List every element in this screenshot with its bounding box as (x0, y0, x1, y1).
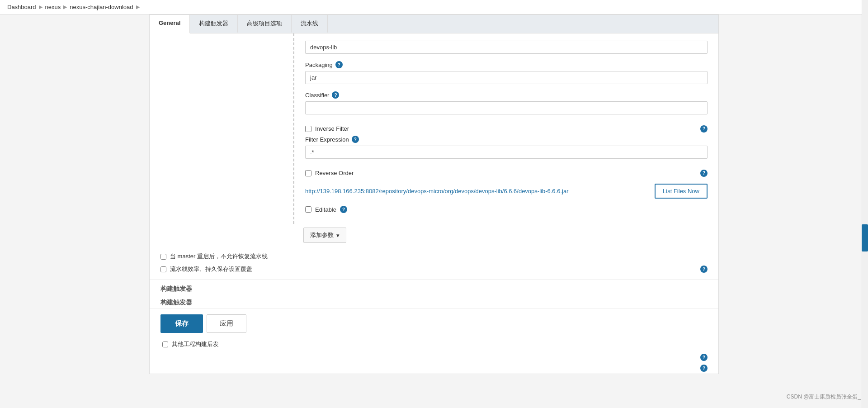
tab-general[interactable]: General (150, 15, 190, 33)
classifier-label: Classifier (305, 92, 329, 99)
editable-label[interactable]: Editable (315, 206, 336, 213)
reverse-order-row: Reverse Order ? (305, 166, 708, 180)
packaging-input[interactable] (305, 71, 708, 84)
filter-expression-label: Filter Expression (305, 136, 349, 143)
build-trigger-sub-label: 构建触发器 (160, 299, 192, 306)
classifier-input[interactable] (305, 101, 708, 114)
master-restart-checkbox[interactable] (160, 254, 166, 260)
packaging-label: Packaging (305, 62, 333, 68)
devops-lib-input[interactable] (305, 41, 708, 54)
editable-help-icon[interactable]: ? (340, 206, 347, 213)
bottom-help-icons-2: ? (150, 363, 718, 374)
add-param-section: 添加参数 ▾ (150, 228, 718, 243)
devops-lib-group (305, 41, 708, 54)
master-restart-label[interactable]: 当 master 重启后，不允许恢复流水线 (170, 252, 268, 261)
bottom-help-icon-1[interactable]: ? (700, 354, 708, 361)
filter-expression-group: Filter Expression ? (305, 136, 708, 159)
filter-expression-help-icon[interactable]: ? (352, 136, 359, 143)
reverse-order-label[interactable]: Reverse Order (315, 170, 354, 176)
page-wrapper: Dashboard ▶ nexus ▶ nexus-chajian-downlo… (0, 0, 868, 408)
checkbox2-row: 流水线效率、持久保存设置覆盖 ? (160, 263, 708, 275)
reverse-order-help-icon[interactable]: ? (700, 170, 708, 177)
add-param-button[interactable]: 添加参数 ▾ (303, 228, 346, 243)
reverse-order-checkbox[interactable] (305, 170, 311, 176)
breadcrumb-sep-1: ▶ (39, 4, 42, 10)
bottom-checkboxes: 当 master 重启后，不允许恢复流水线 流水线效率、持久保存设置覆盖 ? (150, 250, 718, 275)
pipeline-efficiency-help-icon[interactable]: ? (700, 266, 708, 273)
packaging-group: Packaging ? (305, 61, 708, 84)
add-param-label: 添加参数 (310, 231, 334, 239)
save-button[interactable]: 保存 (160, 314, 203, 333)
add-param-dropdown-icon: ▾ (336, 232, 340, 239)
breadcrumb-project[interactable]: nexus-chajian-download (70, 4, 133, 10)
other-trigger-row: 其他工程构建后发 (150, 338, 718, 352)
right-panel: Packaging ? Classifier ? (294, 33, 718, 224)
packaging-label-row: Packaging ? (305, 61, 708, 68)
repo-url-link[interactable]: http://139.198.166.235:8082/repository/d… (305, 188, 649, 195)
list-files-now-button[interactable]: List Files Now (655, 184, 708, 199)
bottom-help-icons: ? (150, 352, 718, 363)
bottom-help-icon-2[interactable]: ? (700, 365, 708, 372)
scrollbar[interactable] (862, 0, 868, 408)
breadcrumb-nexus[interactable]: nexus (45, 4, 61, 10)
pipeline-efficiency-label[interactable]: 流水线效率、持久保存设置覆盖 (170, 265, 252, 273)
classifier-label-row: Classifier ? (305, 91, 708, 99)
tabs-header: General 构建触发器 高级项目选项 流水线 (150, 15, 718, 33)
other-trigger-label[interactable]: 其他工程构建后发 (172, 340, 219, 348)
classifier-help-icon[interactable]: ? (332, 91, 339, 99)
left-panel (150, 33, 294, 224)
action-bar: 保存 应用 (150, 308, 718, 338)
scrollbar-thumb[interactable] (862, 224, 868, 251)
reverse-order-checkbox-row: Reverse Order (305, 166, 354, 180)
checkbox1-inner: 当 master 重启后，不允许恢复流水线 (160, 250, 268, 263)
pipeline-efficiency-checkbox[interactable] (160, 266, 166, 272)
tab-build-trigger[interactable]: 构建触发器 (190, 15, 238, 33)
breadcrumb-dashboard[interactable]: Dashboard (7, 4, 36, 10)
inverse-filter-checkbox-row: Inverse Filter (305, 122, 349, 136)
url-row: http://139.198.166.235:8082/repository/d… (305, 180, 708, 202)
form-section: Packaging ? Classifier ? (150, 33, 718, 224)
build-trigger-label: 构建触发器 (160, 285, 192, 292)
breadcrumb-sep-3: ▶ (136, 4, 140, 10)
main-content: General 构建触发器 高级项目选项 流水线 (0, 14, 868, 374)
apply-button[interactable]: 应用 (207, 314, 246, 333)
breadcrumb: Dashboard ▶ nexus ▶ nexus-chajian-downlo… (0, 0, 868, 14)
other-trigger-checkbox[interactable] (162, 342, 168, 347)
watermark: CSDN @富士康质检员张全蛋_ (787, 393, 861, 401)
filter-expression-label-row: Filter Expression ? (305, 136, 708, 143)
build-trigger-section-header: 构建触发器 (150, 279, 718, 297)
tab-content: Packaging ? Classifier ? (150, 33, 718, 374)
inverse-filter-checkbox[interactable] (305, 126, 311, 132)
editable-row: Editable ? (305, 202, 708, 217)
inverse-filter-row: Inverse Filter ? (305, 122, 708, 136)
checkbox2-inner: 流水线效率、持久保存设置覆盖 (160, 263, 252, 275)
tabs-container: General 构建触发器 高级项目选项 流水线 (149, 14, 719, 374)
editable-checkbox[interactable] (305, 206, 311, 213)
inverse-filter-label[interactable]: Inverse Filter (315, 125, 349, 132)
packaging-help-icon[interactable]: ? (335, 61, 343, 68)
tab-pipeline[interactable]: 流水线 (292, 15, 328, 33)
checkbox1-row: 当 master 重启后，不允许恢复流水线 (160, 250, 708, 263)
filter-expression-input[interactable] (305, 146, 708, 159)
classifier-group: Classifier ? (305, 91, 708, 114)
build-trigger-sub: 构建触发器 (150, 297, 718, 308)
inverse-filter-help-icon[interactable]: ? (700, 125, 708, 133)
tab-advanced[interactable]: 高级项目选项 (238, 15, 292, 33)
breadcrumb-sep-2: ▶ (63, 4, 67, 10)
